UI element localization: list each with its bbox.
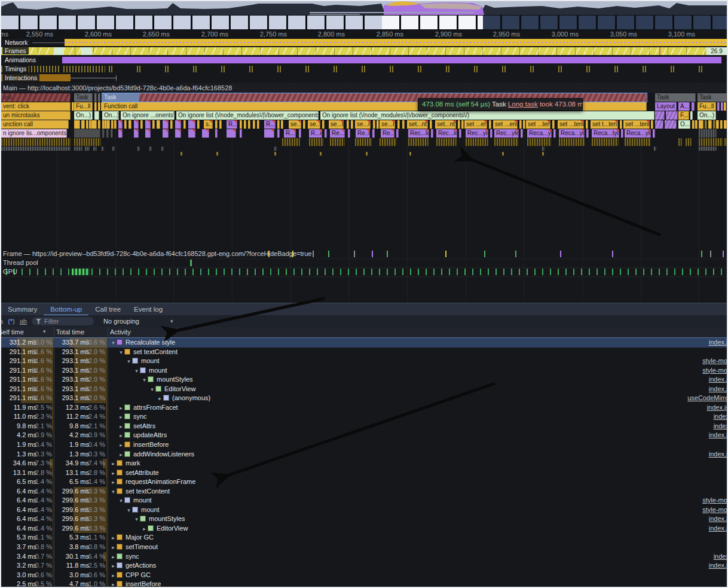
flame-event-fragment[interactable] <box>552 120 555 129</box>
flame-event-fragment[interactable] <box>303 120 305 129</box>
flame-event-fragment[interactable] <box>163 120 169 129</box>
network-request-bar[interactable] <box>65 39 727 46</box>
flame-event[interactable]: On...) <box>102 111 119 120</box>
activity-cell[interactable]: ▸setAttribute <box>108 468 727 478</box>
flame-event-fragment[interactable] <box>397 120 400 129</box>
flame-event[interactable]: se...nt <box>380 120 395 129</box>
flame-event-fragment[interactable] <box>458 120 460 129</box>
expander-icon[interactable]: ▸ <box>110 580 117 588</box>
table-row[interactable]: 34.6 ms7.3 %34.9 ms7.4 %▸mark <box>1 459 727 468</box>
flame-event-fragment[interactable] <box>402 120 405 129</box>
grid-header-total-time[interactable]: Total time <box>56 328 84 336</box>
expander-icon[interactable]: ▸ <box>118 413 124 422</box>
expander-icon[interactable]: ▾ <box>133 515 140 524</box>
activity-name[interactable]: insertBefore <box>133 441 169 448</box>
flame-event-fragment[interactable] <box>170 120 173 129</box>
flame-event-fragment[interactable] <box>137 147 140 151</box>
flame-event-fragment[interactable] <box>366 152 368 156</box>
expander-icon[interactable]: ▾ <box>126 357 132 366</box>
flame-event-fragment[interactable] <box>666 111 678 120</box>
flame-event-fragment[interactable] <box>542 152 544 156</box>
table-row[interactable]: 6.4 ms1.4 %299.6 ms63.3 %▾mountstyle-mod <box>1 505 727 515</box>
source-link[interactable]: index.js <box>709 338 727 348</box>
flame-event[interactable]: se...t <box>289 120 301 129</box>
bottom-up-grid[interactable]: 331.2 ms70.0 %333.7 ms70.6 %▾Recalculate… <box>1 338 727 588</box>
table-row[interactable]: 2.5 ms0.5 %4.7 ms1.0 %▸insertBefore <box>1 580 727 588</box>
tab-summary[interactable]: Summary <box>1 303 44 316</box>
flame-event-fragment[interactable] <box>519 120 522 129</box>
flame-event-fragment[interactable] <box>699 138 723 146</box>
flame-event[interactable]: R...e <box>284 129 296 138</box>
flame-event[interactable]: Task <box>655 93 696 102</box>
activity-name[interactable]: sync <box>133 413 147 420</box>
activity-name[interactable]: setTimeout <box>126 543 158 550</box>
table-row[interactable]: 3.7 ms0.8 %3.8 ms0.8 %▸setTimeout <box>1 543 727 552</box>
flame-event[interactable]: O... <box>678 120 690 129</box>
flame-event-fragment[interactable] <box>240 120 242 129</box>
flame-event-fragment[interactable] <box>112 147 115 151</box>
track-frame[interactable]: Frame — https://id-preview--bd53fd9d-728… <box>1 249 727 259</box>
flame-event-fragment[interactable] <box>94 102 97 111</box>
expander-icon[interactable]: ▾ <box>118 348 124 357</box>
flame-event[interactable]: set t...tent <box>591 120 618 129</box>
activity-cell[interactable]: ▾mountstyle-mod <box>108 496 727 505</box>
flame-event[interactable]: Rec...le <box>408 129 429 138</box>
flame-event-fragment[interactable] <box>527 138 551 146</box>
flame-event-fragment[interactable] <box>309 138 323 146</box>
flame-event[interactable]: On...) <box>698 111 716 120</box>
activity-cell[interactable]: ▸insertBefore <box>108 440 727 450</box>
flame-event-fragment[interactable] <box>521 129 523 138</box>
flame-event-fragment[interactable] <box>98 102 100 111</box>
source-link[interactable]: index.js <box>709 431 727 440</box>
table-row[interactable]: 9.8 ms2.1 %9.8 ms2.1 %▸setAttrsindex, <box>1 422 727 431</box>
expander-icon[interactable]: ▸ <box>110 469 117 478</box>
flame-event[interactable]: un microtasks <box>1 111 71 120</box>
flame-event-fragment[interactable] <box>665 120 677 129</box>
activity-name[interactable]: updateAttrs <box>133 431 167 438</box>
flame-event-fragment[interactable] <box>1 138 71 146</box>
flame-event-fragment[interactable] <box>91 120 97 129</box>
flame-event-fragment[interactable] <box>102 129 105 138</box>
flame-event-fragment[interactable] <box>74 138 101 146</box>
expander-icon[interactable]: ▸ <box>110 478 117 487</box>
flame-event-fragment[interactable] <box>708 120 712 129</box>
track-network[interactable]: Network <box>1 38 727 47</box>
flame-event[interactable]: A... <box>678 102 690 111</box>
flame-event-fragment[interactable] <box>161 147 164 151</box>
expander-icon[interactable]: ▸ <box>110 534 117 543</box>
flame-event[interactable]: Reca...yle <box>625 129 651 138</box>
flame-event-fragment[interactable] <box>325 129 327 138</box>
flame-event-fragment[interactable] <box>98 120 100 129</box>
animations-bar[interactable] <box>62 57 721 63</box>
flame-event[interactable]: n ignore lis...omponents\/) <box>1 129 67 138</box>
flame-event-fragment[interactable] <box>348 129 350 138</box>
flame-event-fragment[interactable] <box>542 147 545 151</box>
source-link[interactable]: index. <box>714 552 727 562</box>
flame-event-fragment[interactable] <box>111 120 114 129</box>
flame-event[interactable]: s..t <box>204 120 213 129</box>
main-thread-header[interactable]: Main — http://localhost:3000/projects/bd… <box>1 84 728 93</box>
expander-icon[interactable]: ▸ <box>157 394 163 403</box>
flame-event-fragment[interactable] <box>695 120 698 129</box>
activity-name[interactable]: mount <box>133 496 152 504</box>
flame-event[interactable]: F...l <box>678 111 689 120</box>
activity-name[interactable]: sync <box>126 553 139 560</box>
source-link[interactable]: useCodeMirror <box>687 394 727 403</box>
source-link[interactable]: index. <box>714 412 727 422</box>
flame-event-fragment[interactable] <box>459 129 461 138</box>
flame-event-fragment[interactable] <box>93 147 97 151</box>
table-row[interactable]: 4.2 ms0.9 %4.2 ms0.9 %▸updateAttrsindex.… <box>1 431 727 440</box>
activity-name[interactable]: EditorView <box>157 525 188 532</box>
flame-event-fragment[interactable] <box>102 147 104 151</box>
flame-event[interactable]: Re...le <box>381 129 394 138</box>
flame-event-fragment[interactable] <box>244 120 246 129</box>
flame-event-fragment[interactable] <box>717 102 720 111</box>
expander-icon[interactable]: ▸ <box>118 450 124 459</box>
expander-icon[interactable]: ▸ <box>118 431 124 440</box>
activity-cell[interactable]: ▸EditorViewindex.js <box>108 524 727 534</box>
flame-event[interactable]: Reca...yle <box>559 129 585 138</box>
flame-event-fragment[interactable] <box>373 120 375 129</box>
flame-event-fragment[interactable] <box>277 129 280 138</box>
flame-event-fragment[interactable] <box>74 129 100 138</box>
grid-header-self-time[interactable]: Self time <box>0 328 24 336</box>
